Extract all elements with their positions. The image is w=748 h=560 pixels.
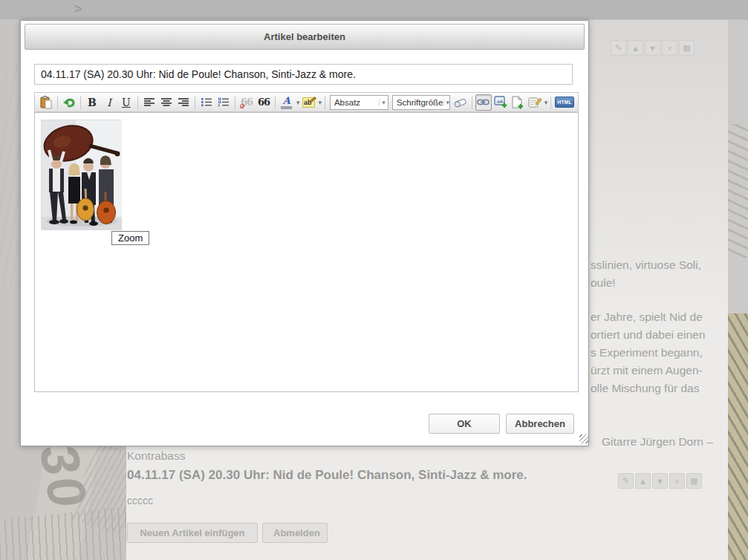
chevron-down-icon[interactable]: ▾	[318, 99, 322, 106]
article-action-icons: ✎ ▲ ▼ × ▦	[611, 40, 695, 56]
toolbar-separator	[235, 96, 235, 109]
html-source-button[interactable]: HTML	[554, 94, 575, 111]
chevron-down-icon[interactable]: ▾	[296, 99, 300, 106]
fontsize-select-value: Schriftgröße	[397, 98, 443, 107]
toolbar-separator	[472, 96, 472, 109]
byline-text: Kontrabass	[127, 449, 185, 463]
format-select[interactable]: Absatz ▾	[330, 95, 388, 110]
chevron-down-icon: ▾	[443, 99, 452, 106]
move-up-icon[interactable]: ▲	[628, 40, 643, 56]
paragraph-line: sslinien, virtuose Soli,	[591, 256, 701, 274]
article-paragraph: er Jahre, spielt Nid de ortiert und dabe…	[591, 308, 705, 397]
editor-toolbar: B I U	[34, 92, 579, 112]
align-right-icon[interactable]	[175, 94, 192, 111]
edit-note-icon[interactable]	[527, 94, 543, 111]
resize-handle-icon[interactable]	[579, 434, 588, 443]
highlight-icon: ab	[302, 97, 315, 108]
toolbar-separator	[325, 96, 325, 109]
numbered-list-icon[interactable]	[215, 94, 232, 111]
top-navigation-bar: >	[0, 0, 748, 20]
align-right-icon	[178, 97, 189, 107]
underline-label: U	[122, 97, 131, 108]
edit-icon[interactable]: ✎	[611, 40, 626, 56]
article-body-text: ccccc	[127, 495, 153, 507]
byline-text: Gitarre Jürgen Dorn –	[602, 435, 713, 449]
toolbar-separator	[275, 96, 276, 109]
new-article-button[interactable]: Neuen Artikel einfügen	[127, 523, 258, 543]
table-icon[interactable]: ▦	[686, 473, 702, 489]
move-up-icon[interactable]: ▲	[635, 473, 651, 489]
paragraph-line: ortiert und dabei einen	[591, 326, 705, 344]
insert-page-icon[interactable]	[510, 94, 526, 111]
pencil-icon	[309, 97, 316, 103]
bullet-list-icon	[201, 97, 212, 107]
image-plus-icon	[494, 96, 507, 108]
chevron-down-icon: ▾	[379, 99, 388, 106]
bullet-list-icon[interactable]	[198, 94, 215, 111]
chain-link-icon	[477, 98, 490, 106]
move-down-icon[interactable]: ▼	[652, 473, 668, 489]
paste-icon	[40, 96, 53, 109]
tan-ruler-decor	[728, 313, 748, 560]
dialog-title: Artikel bearbeiten	[25, 24, 585, 50]
fontsize-select[interactable]: Schriftgröße ▾	[392, 95, 450, 110]
blockquote-glyph: 66	[258, 97, 270, 108]
undo-icon	[62, 97, 76, 108]
editor-content-area[interactable]: Zoom	[34, 112, 579, 392]
html-badge: HTML	[555, 97, 574, 108]
page-root: > 30 ✎ ▲ ▼ × ▦ sslinien, virtuose Soli, …	[0, 0, 748, 560]
bold-label: B	[88, 97, 97, 108]
delete-icon[interactable]: ×	[669, 473, 685, 489]
edit-article-dialog: Artikel bearbeiten B I U	[20, 20, 589, 446]
bold-button[interactable]: B	[84, 94, 100, 111]
chevron-right-icon[interactable]: >	[74, 1, 82, 17]
notepad-pencil-icon	[528, 97, 542, 108]
text-color-button[interactable]: A	[279, 94, 295, 111]
edit-icon[interactable]: ✎	[618, 473, 634, 489]
numbered-list-icon	[218, 97, 230, 107]
cancel-button[interactable]: Abbrechen	[506, 414, 574, 434]
blockquote-remove-icon[interactable]: 66	[238, 94, 255, 111]
toolbar-separator	[80, 96, 81, 109]
align-center-icon[interactable]	[158, 94, 175, 111]
insert-link-icon[interactable]	[475, 94, 492, 111]
table-icon[interactable]: ▦	[679, 40, 695, 56]
band-photo	[42, 120, 122, 230]
align-left-icon[interactable]	[141, 94, 157, 111]
insert-image-icon[interactable]	[492, 94, 509, 111]
highlight-color-button[interactable]: ab	[300, 94, 316, 111]
ok-button[interactable]: OK	[429, 414, 500, 434]
page-plus-icon	[511, 96, 524, 109]
article-paragraph: sslinien, virtuose Soli, oule!	[591, 256, 701, 292]
format-select-value: Absatz	[334, 98, 360, 107]
text-color-letter: A	[283, 96, 290, 105]
eraser-icon	[453, 97, 468, 108]
paragraph-line: s Experiment begann,	[591, 344, 705, 362]
article-title-input[interactable]	[34, 64, 573, 85]
toolbar-separator	[195, 96, 195, 109]
paragraph-line: er Jahre, spielt Nid de	[591, 308, 705, 326]
italic-label: I	[107, 97, 111, 108]
background-photo-ruler-right	[728, 20, 748, 560]
zoom-tooltip[interactable]: Zoom	[111, 231, 149, 245]
remove-format-eraser-icon[interactable]	[452, 94, 469, 111]
text-color-icon: A	[281, 96, 292, 109]
ruler-ticks-decor	[728, 124, 748, 258]
article-image[interactable]	[41, 120, 121, 229]
move-down-icon[interactable]: ▼	[645, 40, 660, 56]
chevron-down-icon[interactable]: ▾	[544, 99, 548, 106]
toolbar-separator	[57, 96, 58, 109]
article-heading: 04.11.17 (SA) 20.30 Uhr: Nid de Poule! C…	[127, 468, 527, 483]
align-left-icon	[143, 97, 155, 107]
article-action-icons: ✎ ▲ ▼ × ▦	[618, 473, 702, 489]
paragraph-line: oule!	[591, 274, 701, 292]
align-center-icon	[160, 97, 172, 107]
italic-button[interactable]: I	[101, 94, 117, 111]
paste-icon[interactable]	[38, 94, 54, 111]
delete-icon[interactable]: ×	[662, 40, 677, 56]
paragraph-line: olle Mischung für das	[591, 380, 705, 397]
underline-button[interactable]: U	[118, 94, 134, 111]
logout-button[interactable]: Abmelden	[262, 523, 328, 543]
undo-icon[interactable]	[61, 94, 77, 111]
blockquote-icon[interactable]: 66	[256, 94, 272, 111]
